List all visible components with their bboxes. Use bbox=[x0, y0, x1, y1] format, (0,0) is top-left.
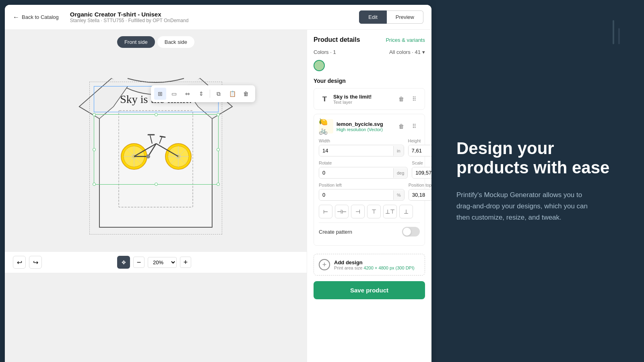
svg-badge: High resolution (Vector) bbox=[336, 127, 392, 132]
handle-bm[interactable] bbox=[155, 183, 158, 186]
pattern-row: Create pattern bbox=[319, 222, 420, 241]
colors-label: Colors · 1 bbox=[314, 49, 336, 55]
toolbar-btn-flip-h[interactable]: ⇔ bbox=[182, 88, 194, 100]
zoom-minus-button[interactable]: − bbox=[133, 257, 144, 268]
rotate-field-group: Rotate deg bbox=[319, 160, 408, 179]
side-tabs: Front side Back side bbox=[117, 36, 194, 48]
scale-field-group: Scale % bbox=[412, 160, 431, 179]
toolbar-divider bbox=[210, 90, 210, 98]
svg-layer-item: 🍋🚲 lemon_bycicle.svg High resolution (Ve… bbox=[314, 114, 425, 246]
toolbar-btn-scale-lock[interactable]: ⊞ bbox=[154, 88, 166, 100]
rotate-label: Rotate bbox=[319, 160, 408, 165]
promo-body: Printify's Mockup Generator allows you t… bbox=[456, 189, 593, 223]
handle-tr[interactable] bbox=[217, 113, 220, 116]
scale-input-wrap: % bbox=[412, 167, 431, 179]
height-field-group: Height in bbox=[408, 138, 431, 156]
svg-info: lemon_bycicle.svg High resolution (Vecto… bbox=[336, 121, 392, 132]
rotate-input-wrap: deg bbox=[319, 167, 408, 179]
undo-button[interactable]: ↩ bbox=[13, 256, 26, 269]
promo-decoration bbox=[613, 20, 620, 44]
svg-layer-delete-btn[interactable]: 🗑 bbox=[396, 121, 407, 132]
pos-top-input[interactable] bbox=[409, 189, 431, 200]
rotate-unit: deg bbox=[393, 168, 407, 178]
toolbar-btn-flip-v[interactable]: ⇕ bbox=[195, 88, 207, 100]
panel-title: Product details bbox=[314, 36, 360, 43]
height-input-wrap: in bbox=[408, 145, 431, 156]
scale-input[interactable] bbox=[412, 167, 431, 178]
zoom-controls: ✥ − 20% 50% 100% + bbox=[117, 256, 191, 269]
product-info: Organic Creator T-shirt - Unisex Stanley… bbox=[70, 11, 353, 23]
all-colors-dropdown[interactable]: All colors · 41 ▾ bbox=[389, 49, 425, 55]
position-fields: Position left % Position top % bbox=[319, 183, 420, 201]
toolbar-btn-duplicate[interactable]: ⧉ bbox=[213, 88, 225, 100]
add-design-row[interactable]: + Add design Print area size 4200 × 4800… bbox=[314, 254, 425, 276]
align-top-btn[interactable]: ⊤ bbox=[367, 205, 381, 218]
zoom-select[interactable]: 20% 50% 100% bbox=[148, 257, 177, 268]
pos-top-field-group: Position top % bbox=[409, 183, 431, 201]
align-left-btn[interactable]: ⊢ bbox=[319, 205, 332, 218]
color-swatch-row bbox=[314, 60, 425, 71]
pos-left-field-group: Position left % bbox=[319, 183, 405, 201]
zoom-plus-button[interactable]: + bbox=[180, 257, 191, 268]
front-side-tab[interactable]: Front side bbox=[117, 36, 155, 48]
add-design-plus-icon: + bbox=[319, 259, 330, 270]
handle-mr[interactable] bbox=[217, 148, 220, 151]
width-unit: in bbox=[393, 146, 404, 156]
handle-tm[interactable] bbox=[155, 113, 158, 116]
float-toolbar: ⊞ ▭ ⇔ ⇕ ⧉ 📋 🗑 bbox=[151, 85, 255, 102]
svg-line-22 bbox=[160, 136, 165, 137]
align-bottom-btn[interactable]: ⊥ bbox=[399, 205, 413, 218]
back-to-catalog-link[interactable]: ← Back to Catalog bbox=[13, 14, 59, 21]
preview-button[interactable]: Preview bbox=[387, 10, 423, 24]
align-center-v-btn[interactable]: ⊥⊤ bbox=[383, 205, 397, 218]
toolbar-btn-delete[interactable]: 🗑 bbox=[240, 88, 252, 100]
add-design-label: Add design bbox=[334, 259, 415, 265]
handle-ml[interactable] bbox=[93, 148, 96, 151]
handle-tl[interactable] bbox=[93, 113, 96, 116]
prices-variants-link[interactable]: Prices & variants bbox=[386, 37, 425, 43]
svg-point-23 bbox=[146, 154, 150, 158]
your-design-title: Your design bbox=[314, 78, 425, 84]
right-panel: Product details Prices & variants Colors… bbox=[307, 30, 431, 362]
rotate-input[interactable] bbox=[319, 167, 393, 178]
pos-top-input-wrap: % bbox=[409, 189, 431, 201]
back-label: Back to Catalog bbox=[22, 14, 59, 20]
handle-br[interactable] bbox=[217, 183, 220, 186]
width-height-fields: Width in Height in bbox=[319, 138, 420, 156]
text-layer-drag-btn[interactable]: ⠿ bbox=[409, 93, 420, 105]
align-right-btn[interactable]: ⊣ bbox=[351, 205, 365, 218]
rotate-scale-fields: Rotate deg Scale % bbox=[319, 160, 420, 179]
svg-name: lemon_bycicle.svg bbox=[336, 121, 392, 127]
layer-info: Sky is the limit! Text layer bbox=[333, 94, 392, 105]
header-actions: Edit Preview bbox=[359, 10, 423, 24]
color-swatch-green[interactable] bbox=[314, 60, 325, 71]
add-design-sub: Print area size 4200 × 4800 px (300 DPI) bbox=[334, 265, 415, 270]
scale-label: Scale bbox=[412, 160, 431, 165]
bicycle-svg bbox=[116, 128, 196, 172]
save-product-button[interactable]: Save product bbox=[314, 281, 425, 299]
width-label: Width bbox=[319, 138, 404, 143]
pos-left-input[interactable] bbox=[319, 189, 393, 200]
svg-layer-drag-btn[interactable]: ⠿ bbox=[409, 121, 420, 132]
canvas-area: Front side Back side bbox=[5, 30, 307, 362]
toggle-knob bbox=[403, 228, 411, 236]
align-center-h-btn[interactable]: ⊣⊢ bbox=[335, 205, 349, 218]
back-side-tab[interactable]: Back side bbox=[157, 36, 194, 48]
handle-bl[interactable] bbox=[93, 183, 96, 186]
svg-thumb: 🍋🚲 bbox=[319, 119, 333, 134]
edit-button[interactable]: Edit bbox=[359, 10, 386, 24]
text-layer-delete-btn[interactable]: 🗑 bbox=[396, 93, 407, 105]
product-title: Organic Creator T-shirt - Unisex bbox=[70, 11, 353, 18]
redo-button[interactable]: ↪ bbox=[29, 256, 42, 269]
toolbar-btn-copy[interactable]: 📋 bbox=[226, 88, 238, 100]
layer-actions: 🗑 ⠿ bbox=[396, 93, 420, 105]
add-design-link[interactable]: 4200 × 4800 px (300 DPI) bbox=[363, 265, 414, 270]
pattern-toggle[interactable] bbox=[402, 227, 420, 237]
pos-left-input-wrap: % bbox=[319, 189, 405, 201]
height-input[interactable] bbox=[409, 145, 431, 156]
pattern-label: Create pattern bbox=[319, 229, 352, 235]
cursor-tool-button[interactable]: ✥ bbox=[117, 256, 130, 269]
toolbar-btn-crop[interactable]: ▭ bbox=[168, 88, 180, 100]
bike-element[interactable] bbox=[94, 114, 219, 185]
width-input[interactable] bbox=[319, 145, 393, 156]
